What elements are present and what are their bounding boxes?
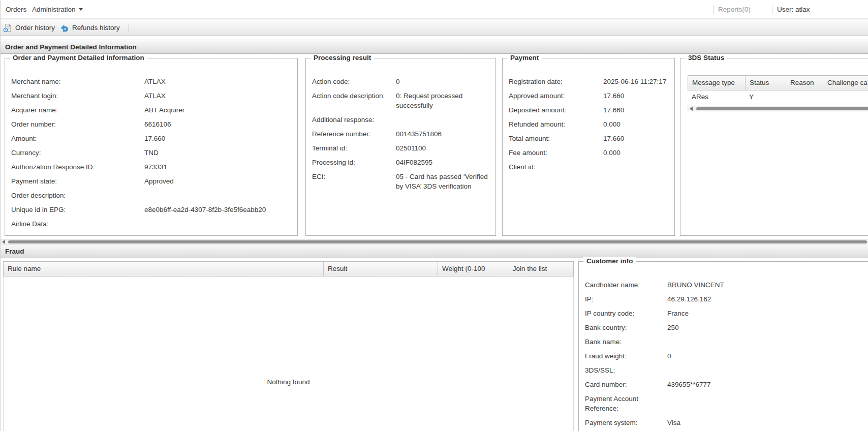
- field-value: [603, 162, 669, 172]
- 3ds-column-header: Reason: [786, 76, 823, 90]
- field-label: Amount:: [11, 134, 144, 143]
- info-row: Unique id in EPG:e8e0b6ff-ea2d-4307-8f2b…: [11, 205, 292, 214]
- menubar-divider: [713, 5, 714, 14]
- info-row: Payment state:Approved: [11, 176, 292, 186]
- info-row: Card number:439655**6777: [585, 380, 868, 389]
- field-label: Payment state:: [11, 176, 144, 186]
- field-value: [144, 219, 292, 229]
- field-value: 02501100: [396, 143, 490, 153]
- field-label: Airline Data:: [11, 219, 144, 229]
- field-value: 0: [396, 77, 490, 86]
- menu-reports[interactable]: Reports(0): [718, 0, 751, 19]
- panel-payment: Payment Registration date:2025-06-16 11:…: [502, 58, 675, 236]
- info-row: Additional response:: [312, 115, 490, 125]
- field-label: Approved amount:: [509, 91, 603, 101]
- field-label: Terminal id:: [312, 143, 396, 153]
- panel-processing-result: Processing result Action code:0Action co…: [305, 58, 496, 236]
- 3ds-scrollbar-thumb[interactable]: [696, 107, 868, 110]
- field-value: [396, 115, 490, 125]
- field-value: 0: [667, 351, 868, 361]
- field-value: e8e0b6ff-ea2d-4307-8f2b-3fe5f6eabb20: [144, 205, 292, 214]
- fraud-table-header: Rule nameResultWeight (0-100)Join the li…: [3, 261, 574, 276]
- refunds-history-label: Refunds history: [72, 24, 120, 32]
- 3ds-horizontal-scrollbar[interactable]: [688, 106, 868, 111]
- field-value: ABT Acquirer: [144, 105, 292, 115]
- info-row: Approved amount:17.660: [509, 91, 669, 101]
- field-value: Approved: [144, 176, 292, 186]
- menu-orders[interactable]: Orders: [6, 0, 26, 19]
- info-row: Amount:17.660: [11, 134, 292, 143]
- info-row: Processing id:04IF082595: [312, 158, 490, 167]
- 3ds-table-header: Message typeStatusReasonChallenge ca: [688, 75, 868, 90]
- panel-customer-info-title: Customer info: [583, 257, 636, 265]
- info-row: Action code:0: [312, 77, 490, 86]
- field-value: TND: [144, 148, 292, 158]
- field-label: Action code:: [312, 77, 396, 86]
- scroll-left-arrow-icon[interactable]: [2, 240, 5, 244]
- toolbar: Order history Refunds history: [1, 19, 868, 36]
- field-label: Unique id in EPG:: [11, 205, 144, 214]
- scroll-left-arrow-icon[interactable]: [690, 107, 693, 111]
- field-label: Card number:: [585, 380, 667, 389]
- field-label: Merchant name:: [11, 77, 144, 86]
- field-label: Processing id:: [312, 158, 396, 167]
- field-label: IP country code:: [585, 309, 667, 318]
- menu-administration[interactable]: Administration: [32, 0, 83, 19]
- field-value: [144, 191, 292, 200]
- field-value: BRUNO VINCENT: [667, 280, 868, 290]
- info-row: Currency:TND: [11, 148, 292, 158]
- fraud-column-header: Join the list: [485, 262, 574, 276]
- refunds-history-button[interactable]: Refunds history: [60, 20, 120, 36]
- order-details-rows: Merchant name:ATLAXMerchant login:ATLAXA…: [11, 77, 292, 233]
- info-row: Merchant name:ATLAX: [11, 77, 292, 86]
- field-label: Total amount:: [509, 134, 603, 143]
- info-row: Fraud weight:0: [585, 351, 868, 361]
- info-row: Reference number:001435751806: [312, 129, 490, 139]
- fraud-column-header: Weight (0-100): [438, 262, 485, 276]
- info-row: Registration date:2025-06-16 11:27:17: [509, 77, 669, 86]
- field-value: 973331: [144, 162, 292, 172]
- field-label: Order number:: [11, 119, 144, 129]
- payment-rows: Registration date:2025-06-16 11:27:17App…: [509, 77, 669, 176]
- top-menubar: Orders Administration Reports(0) User: a…: [1, 0, 868, 19]
- field-label: Cardholder name:: [585, 280, 667, 290]
- field-value: 0.000: [603, 119, 669, 129]
- field-label: ECI:: [312, 172, 396, 191]
- field-label: 3DS/SSL:: [585, 365, 667, 375]
- app-window: Orders Administration Reports(0) User: a…: [0, 0, 868, 431]
- field-label: Payment system:: [585, 418, 667, 427]
- 3ds-column-header: Message type: [688, 76, 746, 90]
- info-row: Total amount:17.660: [509, 134, 669, 143]
- refunds-history-arrow-icon: [60, 23, 69, 33]
- field-label: Bank country:: [585, 323, 667, 332]
- info-row: Terminal id:02501100: [312, 143, 490, 153]
- field-value: 04IF082595: [396, 158, 490, 167]
- info-row: Payment Account Reference:: [585, 394, 868, 413]
- order-history-button[interactable]: Order history: [3, 20, 55, 36]
- field-value: ATLAX: [144, 77, 292, 86]
- field-label: Action code description:: [312, 91, 396, 110]
- info-row: Acquirer name:ABT Acquirer: [11, 105, 292, 115]
- user-menu[interactable]: User: atlax_: [777, 0, 814, 19]
- field-label: IP:: [585, 294, 667, 304]
- 3ds-cell: [786, 90, 823, 104]
- 3ds-table-row: AResY: [688, 90, 868, 104]
- info-row: Bank name:: [585, 337, 868, 347]
- info-row: Order number:6616106: [11, 119, 292, 129]
- info-row: Deposited amount:17.660: [509, 105, 669, 115]
- panel-3ds-status-title: 3DS Status: [685, 54, 727, 61]
- field-value: 17.660: [603, 91, 669, 101]
- 3ds-cell: Y: [745, 90, 786, 104]
- field-label: Fraud weight:: [585, 351, 667, 361]
- field-label: Fee amount:: [509, 148, 603, 158]
- field-value: [667, 394, 868, 413]
- field-label: Reference number:: [312, 129, 396, 139]
- field-value: Visa: [667, 418, 868, 427]
- 3ds-cell: [823, 90, 868, 104]
- customer-info-rows: Cardholder name:BRUNO VINCENTIP:46.29.12…: [585, 280, 868, 431]
- page-scrollbar-thumb[interactable]: [8, 240, 867, 243]
- info-row: ECI:05 - Card has passed ‘Verified by VI…: [312, 172, 490, 191]
- field-value: [667, 365, 868, 375]
- info-row: Bank country:250: [585, 323, 868, 332]
- page-horizontal-scrollbar[interactable]: [1, 239, 868, 244]
